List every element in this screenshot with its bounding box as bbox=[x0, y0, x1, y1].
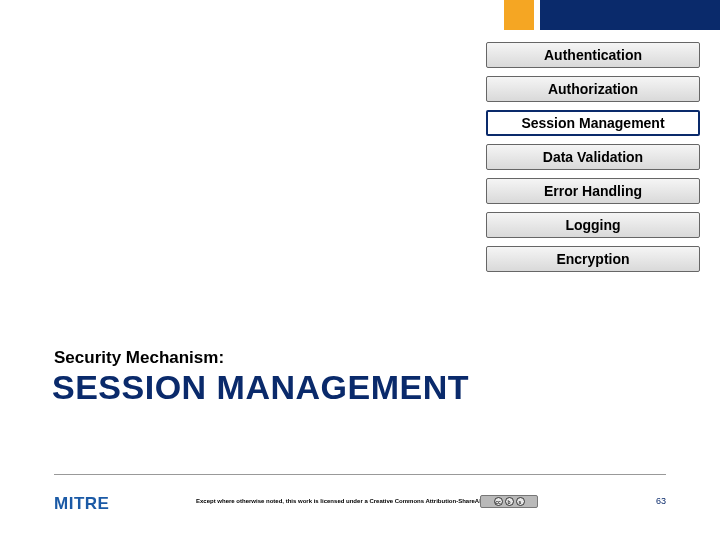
header-accent-block bbox=[504, 0, 534, 30]
license-text: Except where otherwise noted, this work … bbox=[196, 498, 523, 504]
header-blue-block bbox=[540, 0, 720, 30]
category-item-error-handling: Error Handling bbox=[486, 178, 700, 204]
page-number: 63 bbox=[656, 496, 666, 506]
slide: Authentication Authorization Session Man… bbox=[0, 0, 720, 540]
sa-circle-icon: s bbox=[516, 497, 525, 506]
cc-circle-icon: cc bbox=[494, 497, 503, 506]
cc-badge-icon: cc b s bbox=[480, 495, 538, 508]
category-item-authentication: Authentication bbox=[486, 42, 700, 68]
slide-subtitle: Security Mechanism: bbox=[54, 348, 224, 368]
slide-title: SESSION MANAGEMENT bbox=[52, 368, 469, 407]
mitre-logo: MITRE bbox=[54, 494, 109, 514]
category-item-session-management: Session Management bbox=[486, 110, 700, 136]
footer: MITRE Except where otherwise noted, this… bbox=[0, 494, 720, 534]
category-item-authorization: Authorization bbox=[486, 76, 700, 102]
category-item-encryption: Encryption bbox=[486, 246, 700, 272]
category-list: Authentication Authorization Session Man… bbox=[486, 42, 700, 280]
category-item-data-validation: Data Validation bbox=[486, 144, 700, 170]
by-circle-icon: b bbox=[505, 497, 514, 506]
footer-divider bbox=[54, 474, 666, 475]
category-item-logging: Logging bbox=[486, 212, 700, 238]
